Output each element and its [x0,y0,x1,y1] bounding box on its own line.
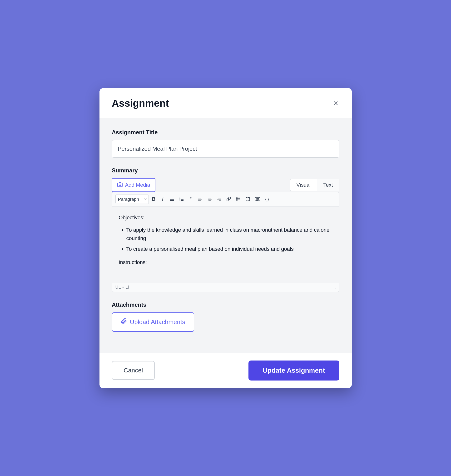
modal-footer: Cancel Update Assignment [100,353,352,388]
summary-label: Summary [112,167,339,174]
svg-rect-35 [256,199,257,200]
add-media-label: Add Media [125,182,150,188]
svg-rect-26 [236,197,240,201]
editor-toolbar: Paragraph B I [112,192,339,206]
svg-rect-32 [256,198,257,199]
ordered-list-button[interactable]: 1 2 3 [177,195,186,203]
editor-wrapper: Paragraph B I [112,192,339,292]
modal-header: Assignment × [100,88,352,118]
objectives-heading: Objectives: [119,213,332,222]
assignment-title-input[interactable] [112,140,339,158]
table-button[interactable] [234,195,243,203]
objective-item-2: To create a personalised meal plan based… [126,245,332,253]
svg-rect-37 [258,199,259,200]
editor-footer: UL » LI ⋱ [112,283,339,292]
text-view-button[interactable]: Text [317,179,339,191]
assignment-modal: Assignment × Assignment Title Summary [100,88,352,388]
svg-text:3: 3 [179,200,180,201]
svg-rect-5 [171,199,174,200]
svg-rect-6 [170,200,171,201]
svg-rect-24 [217,200,221,200]
fullscreen-button[interactable] [244,195,252,203]
svg-rect-16 [198,200,202,200]
summary-section: Summary Add Media [112,167,339,292]
attachments-section: Attachments Upload Attachments [112,301,339,332]
bold-button[interactable]: B [150,195,158,203]
paperclip-icon [121,318,127,326]
assignment-title-label: Assignment Title [112,129,339,136]
svg-rect-23 [218,199,221,199]
svg-rect-7 [171,200,174,201]
editor-content[interactable]: Objectives: To apply the knowledge and s… [112,206,339,283]
svg-rect-17 [198,201,201,201]
code-button[interactable]: {} [263,195,271,203]
visual-view-button[interactable]: Visual [290,179,317,191]
svg-rect-3 [171,198,174,198]
italic-button[interactable]: I [159,195,167,203]
svg-rect-22 [217,198,221,198]
align-right-button[interactable] [215,195,224,203]
objective-item-1: To apply the knowledge and skills learne… [126,226,332,242]
add-media-button[interactable]: Add Media [112,178,155,192]
svg-rect-4 [170,199,171,200]
resize-handle[interactable]: ⋱ [332,285,336,290]
svg-rect-19 [208,199,211,199]
assignment-title-field: Assignment Title [112,129,339,167]
modal-body: Assignment Title Summary [100,118,352,353]
svg-rect-13 [181,200,183,201]
align-left-button[interactable] [196,195,204,203]
paragraph-select[interactable]: Paragraph [115,195,149,204]
svg-rect-20 [208,200,212,200]
svg-rect-2 [170,198,171,198]
upload-attachments-label: Upload Attachments [130,318,185,326]
align-center-button[interactable] [205,195,214,203]
svg-rect-11 [181,199,183,200]
svg-rect-33 [257,198,258,199]
upload-attachments-button[interactable]: Upload Attachments [112,312,194,332]
link-button[interactable] [225,195,233,203]
media-icon [117,181,123,189]
unordered-list-button[interactable] [168,195,176,203]
view-toggle: Visual Text [290,179,339,191]
cancel-button[interactable]: Cancel [112,361,155,380]
svg-rect-25 [219,201,221,201]
instructions-heading: Instructions: [119,258,332,267]
svg-rect-14 [198,198,202,198]
editor-path: UL » LI [115,285,129,290]
modal-title: Assignment [112,98,169,109]
svg-rect-38 [256,200,258,201]
attachments-label: Attachments [112,301,339,308]
svg-rect-21 [208,201,211,201]
update-assignment-button[interactable]: Update Assignment [249,361,339,381]
svg-rect-36 [257,199,258,200]
close-button[interactable]: × [332,98,339,108]
keyboard-button[interactable] [253,195,262,203]
svg-rect-9 [181,198,183,198]
summary-top-row: Add Media Visual Text [112,178,339,192]
modal-overlay: Assignment × Assignment Title Summary [0,0,451,476]
svg-rect-34 [258,198,259,199]
svg-point-1 [119,184,121,186]
blockquote-button[interactable]: " [187,195,195,203]
svg-rect-18 [208,198,212,198]
svg-rect-15 [198,199,201,199]
objectives-list: To apply the knowledge and skills learne… [119,226,332,253]
